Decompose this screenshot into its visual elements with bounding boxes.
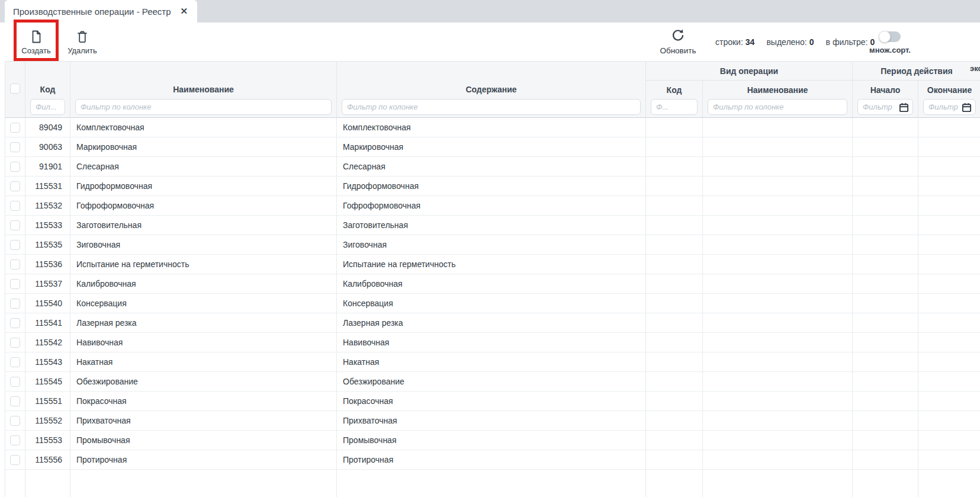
cell-start bbox=[853, 235, 918, 254]
row-checkbox[interactable] bbox=[10, 299, 20, 309]
row-checkbox[interactable] bbox=[10, 416, 20, 426]
table-row[interactable]: 89049КомплектовочнаяКомплектовочная bbox=[5, 118, 980, 137]
cell-start bbox=[853, 372, 918, 391]
cell-op-code bbox=[646, 216, 703, 235]
table-row[interactable]: 115531ГидроформовочнаяГидроформовочная bbox=[5, 177, 980, 196]
row-checkbox[interactable] bbox=[10, 123, 20, 133]
cell-code: 91901 bbox=[25, 157, 70, 176]
row-checkbox[interactable] bbox=[10, 220, 20, 230]
row-checkbox[interactable] bbox=[10, 357, 20, 367]
row-checkbox[interactable] bbox=[10, 259, 20, 270]
cell-content: Калибровочная bbox=[337, 274, 646, 293]
cell-op-name bbox=[703, 294, 853, 313]
row-checkbox-cell bbox=[5, 431, 25, 450]
cell-code: 115542 bbox=[25, 333, 70, 352]
cell-code: 115540 bbox=[25, 294, 70, 313]
cell-end bbox=[918, 235, 980, 254]
cell-end bbox=[918, 196, 980, 215]
table-row[interactable]: 115532ГофроформовочнаяГофроформовочная bbox=[5, 196, 980, 216]
cell-start bbox=[853, 118, 918, 137]
multisort-toggle[interactable] bbox=[879, 31, 901, 42]
row-checkbox[interactable] bbox=[10, 240, 20, 250]
table-row[interactable]: 115553ПромывочнаяПромывочная bbox=[5, 431, 980, 450]
filter-input-name[interactable] bbox=[75, 99, 332, 115]
cell-start bbox=[853, 255, 918, 274]
cell-end bbox=[918, 450, 980, 469]
cell-content: Заготовительная bbox=[337, 216, 646, 235]
column-header-content[interactable]: Содержание bbox=[337, 62, 646, 98]
filter-input-op-code[interactable] bbox=[651, 99, 698, 115]
table-row[interactable]: 115551ПокрасочнаяПокрасочная bbox=[5, 392, 980, 411]
column-header-start[interactable]: Начало bbox=[853, 81, 918, 98]
calendar-icon[interactable] bbox=[962, 102, 972, 115]
table-row[interactable]: 91901СлесарнаяСлесарная bbox=[5, 157, 980, 177]
row-checkbox[interactable] bbox=[10, 435, 20, 445]
row-checkbox[interactable] bbox=[10, 279, 20, 289]
tab-production-operations[interactable]: Производственные операции - Реестр ✕ bbox=[5, 0, 197, 23]
filter-input-content[interactable] bbox=[342, 99, 641, 115]
group-header-validity-period: Период действия bbox=[853, 62, 980, 81]
filter-input-op-name[interactable] bbox=[708, 99, 847, 115]
cell-code: 115531 bbox=[25, 177, 70, 195]
cell-op-name bbox=[703, 137, 853, 156]
cell-op-code bbox=[646, 352, 703, 371]
row-checkbox[interactable] bbox=[10, 396, 20, 406]
cell-op-code bbox=[646, 333, 703, 352]
table-row[interactable]: 115533ЗаготовительнаяЗаготовительная bbox=[5, 216, 980, 235]
column-header-op-code[interactable]: Код bbox=[646, 81, 703, 98]
table-row[interactable]: 115541Лазерная резкаЛазерная резка bbox=[5, 313, 980, 333]
table-row[interactable]: 115545ОбезжированиеОбезжирование bbox=[5, 372, 980, 392]
cell-op-code bbox=[646, 177, 703, 195]
row-checkbox[interactable] bbox=[10, 181, 20, 191]
cell-op-code bbox=[646, 118, 703, 137]
tab-close-icon[interactable]: ✕ bbox=[181, 6, 188, 17]
cell-op-name bbox=[703, 216, 853, 235]
cell-name: Маркировочная bbox=[70, 137, 337, 156]
cell-op-code bbox=[646, 372, 703, 391]
cell-op-name bbox=[703, 118, 853, 137]
table-row[interactable]: 115537КалибровочнаяКалибровочная bbox=[5, 274, 980, 294]
cell-end bbox=[918, 372, 980, 391]
row-checkbox-cell bbox=[5, 411, 25, 430]
row-checkbox[interactable] bbox=[10, 318, 20, 328]
table-row[interactable]: 115556ПротирочнаяПротирочная bbox=[5, 450, 980, 470]
row-checkbox[interactable] bbox=[10, 142, 20, 152]
cell-start bbox=[853, 470, 918, 497]
table-row[interactable]: 115552ПрихваточнаяПрихваточная bbox=[5, 411, 980, 431]
cell-start bbox=[853, 216, 918, 235]
table-row[interactable]: 115536Испытание на герметичностьИспытани… bbox=[5, 255, 980, 274]
filter-cell-op-name bbox=[703, 98, 853, 117]
filter-input-code[interactable] bbox=[30, 99, 65, 115]
cell-content bbox=[337, 470, 646, 497]
table-row[interactable]: 115540КонсервацияКонсервация bbox=[5, 294, 980, 313]
row-checkbox[interactable] bbox=[10, 455, 20, 465]
multisort-label: множ.сорт. bbox=[869, 46, 911, 54]
column-header-name[interactable]: Наименование bbox=[70, 62, 337, 98]
row-checkbox[interactable] bbox=[10, 338, 20, 348]
column-header-end[interactable]: Окончание bbox=[918, 81, 980, 98]
row-checkbox-cell bbox=[5, 255, 25, 274]
column-header-code[interactable]: Код bbox=[25, 62, 70, 98]
cell-code bbox=[25, 470, 70, 497]
calendar-icon[interactable] bbox=[899, 102, 909, 115]
refresh-button[interactable]: Обновить bbox=[654, 24, 702, 59]
column-header-op-name[interactable]: Наименование bbox=[703, 81, 853, 98]
row-checkbox[interactable] bbox=[10, 377, 20, 387]
tab-bar: Производственные операции - Реестр ✕ bbox=[0, 0, 980, 23]
select-all-checkbox[interactable] bbox=[10, 84, 20, 94]
cell-op-code bbox=[646, 313, 703, 332]
cell-op-name bbox=[703, 372, 853, 391]
table-row[interactable]: 115542НавивочнаяНавивочная bbox=[5, 333, 980, 352]
table-row[interactable]: 115535ЗиговочнаяЗиговочная bbox=[5, 235, 980, 255]
row-checkbox-cell bbox=[5, 157, 25, 176]
row-checkbox[interactable] bbox=[10, 162, 20, 172]
clipped-export-label[interactable]: экс bbox=[970, 64, 980, 73]
table-row[interactable]: 115543НакатнаяНакатная bbox=[5, 352, 980, 372]
cell-name: Навивочная bbox=[70, 333, 337, 352]
table-row[interactable]: 90063МаркировочнаяМаркировочная bbox=[5, 137, 980, 157]
row-checkbox[interactable] bbox=[10, 201, 20, 211]
cell-code: 115537 bbox=[25, 274, 70, 293]
table-body: 89049КомплектовочнаяКомплектовочная90063… bbox=[5, 118, 980, 497]
cell-op-code bbox=[646, 196, 703, 215]
row-checkbox-cell bbox=[5, 470, 25, 497]
